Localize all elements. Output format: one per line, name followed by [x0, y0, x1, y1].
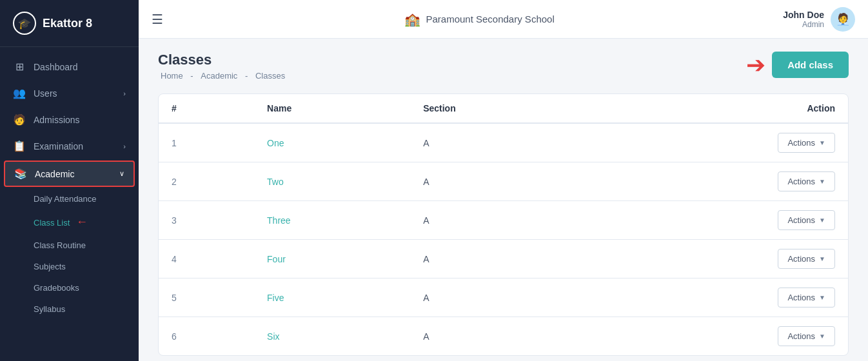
cell-action: Actions ▼ — [591, 201, 848, 240]
sidebar-subitem-class-list[interactable]: Class List ← — [0, 210, 139, 235]
table-row: 5FiveAActions ▼ — [159, 278, 848, 317]
cell-name[interactable]: Two — [254, 162, 410, 201]
sidebar-subitem-subjects[interactable]: Subjects — [0, 256, 139, 277]
sidebar-item-dashboard[interactable]: ⊞ Dashboard — [0, 54, 139, 80]
header: ☰ 🏫 Paramount Secondary School John Doe … — [139, 0, 868, 39]
cell-name[interactable]: One — [254, 123, 410, 162]
school-icon: 🏫 — [404, 12, 420, 27]
classes-table-container: # Name Section Action 1OneAActions ▼2Two… — [158, 93, 849, 356]
cell-num: 6 — [159, 317, 254, 356]
chevron-down-icon: ▼ — [819, 139, 825, 146]
cell-section: A — [410, 240, 591, 278]
sub-item-label: Subjects — [34, 262, 66, 271]
col-num: # — [159, 94, 254, 123]
classes-table: # Name Section Action 1OneAActions ▼2Two… — [159, 94, 848, 355]
avatar[interactable]: 🧑‍💼 — [831, 7, 855, 32]
logo-icon: 🎓 — [13, 12, 36, 35]
dashboard-icon: ⊞ — [13, 61, 26, 73]
hamburger-icon: ☰ — [152, 12, 163, 26]
sidebar-item-admissions[interactable]: 🧑 Admissions — [0, 106, 139, 133]
cell-name[interactable]: Four — [254, 240, 410, 278]
col-section: Section — [410, 94, 591, 123]
breadcrumb-home[interactable]: Home — [161, 71, 183, 81]
main-content: ☰ 🏫 Paramount Secondary School John Doe … — [139, 0, 868, 361]
sidebar-subitem-class-routine[interactable]: Class Routine — [0, 235, 139, 256]
sidebar-item-label: Dashboard — [34, 62, 78, 72]
chevron-down-icon: ▼ — [819, 178, 825, 185]
col-action: Action — [591, 94, 848, 123]
academic-icon: 📚 — [14, 168, 27, 180]
breadcrumb-sep1: - — [190, 71, 193, 81]
table-row: 1OneAActions ▼ — [159, 123, 848, 162]
actions-label: Actions — [787, 293, 815, 302]
actions-button[interactable]: Actions ▼ — [778, 210, 835, 230]
school-name: Paramount Secondary School — [426, 14, 554, 24]
chevron-down-icon: ▼ — [819, 217, 825, 224]
cell-action: Actions ▼ — [591, 278, 848, 317]
actions-label: Actions — [787, 215, 815, 225]
page-content: Classes Home - Academic - Classes ➔ Add … — [139, 39, 868, 361]
cell-name[interactable]: Three — [254, 201, 410, 240]
actions-label: Actions — [787, 254, 815, 264]
col-name: Name — [254, 94, 410, 123]
sidebar-subitem-syllabus[interactable]: Syllabus — [0, 298, 139, 320]
cell-section: A — [410, 201, 591, 240]
header-center: 🏫 Paramount Secondary School — [176, 12, 783, 27]
sidebar-subitem-daily-attendance[interactable]: Daily Attendance — [0, 188, 139, 210]
page-header: Classes Home - Academic - Classes ➔ Add … — [158, 52, 849, 81]
sidebar-nav: ⊞ Dashboard 👥 Users › 🧑 Admissions 📋 Exa… — [0, 47, 139, 326]
breadcrumb: Home - Academic - Classes — [158, 71, 288, 81]
table-row: 6SixAActions ▼ — [159, 317, 848, 356]
sidebar-item-users[interactable]: 👥 Users › — [0, 80, 139, 106]
avatar-icon: 🧑‍💼 — [836, 12, 850, 26]
table-row: 2TwoAActions ▼ — [159, 162, 848, 201]
arrow-indicator: ➔ Add class — [746, 52, 849, 78]
cell-num: 3 — [159, 201, 254, 240]
chevron-right-icon: › — [123, 90, 126, 97]
actions-button[interactable]: Actions ▼ — [778, 326, 835, 346]
hamburger-button[interactable]: ☰ — [152, 12, 163, 27]
sub-item-label: Daily Attendance — [34, 194, 97, 204]
chevron-down-icon: ▼ — [819, 333, 825, 340]
sub-item-label: Syllabus — [34, 304, 65, 314]
cell-num: 1 — [159, 123, 254, 162]
actions-label: Actions — [787, 138, 815, 148]
app-name: Ekattor 8 — [43, 17, 92, 30]
cell-section: A — [410, 317, 591, 356]
actions-button[interactable]: Actions ▼ — [778, 288, 835, 307]
sidebar-item-academic[interactable]: 📚 Academic ∨ — [4, 161, 135, 187]
sidebar-item-examination[interactable]: 📋 Examination › — [0, 133, 139, 159]
page-title: Classes — [158, 52, 288, 68]
user-name: John Doe — [783, 10, 824, 20]
red-arrow-icon: ← — [76, 215, 88, 229]
sidebar-logo[interactable]: 🎓 Ekattor 8 — [0, 0, 139, 47]
actions-button[interactable]: Actions ▼ — [778, 133, 835, 153]
actions-button[interactable]: Actions ▼ — [778, 249, 835, 269]
cell-action: Actions ▼ — [591, 123, 848, 162]
sidebar: 🎓 Ekattor 8 ⊞ Dashboard 👥 Users › 🧑 Admi… — [0, 0, 139, 361]
sub-item-label: Gradebooks — [34, 283, 79, 293]
breadcrumb-academic[interactable]: Academic — [201, 71, 237, 81]
users-icon: 👥 — [13, 87, 26, 99]
add-class-button[interactable]: Add class — [772, 52, 849, 78]
cell-name[interactable]: Six — [254, 317, 410, 356]
page-title-block: Classes Home - Academic - Classes — [158, 52, 288, 81]
cell-section: A — [410, 162, 591, 201]
actions-button[interactable]: Actions ▼ — [778, 171, 835, 191]
cell-name[interactable]: Five — [254, 278, 410, 317]
sidebar-subitem-gradebooks[interactable]: Gradebooks — [0, 277, 139, 298]
examination-icon: 📋 — [13, 140, 26, 152]
sidebar-item-label: Examination — [34, 141, 83, 151]
breadcrumb-current: Classes — [255, 71, 285, 81]
chevron-down-icon: ▼ — [819, 255, 825, 262]
actions-label: Actions — [787, 177, 815, 186]
cell-num: 5 — [159, 278, 254, 317]
sidebar-item-label: Academic — [35, 169, 74, 179]
user-role: Admin — [783, 20, 824, 29]
cell-action: Actions ▼ — [591, 317, 848, 356]
header-right: John Doe Admin 🧑‍💼 — [783, 7, 855, 32]
chevron-down-icon: ∨ — [119, 170, 124, 178]
chevron-right-icon: › — [123, 142, 126, 150]
table-row: 3ThreeAActions ▼ — [159, 201, 848, 240]
sidebar-item-label: Users — [34, 88, 57, 99]
